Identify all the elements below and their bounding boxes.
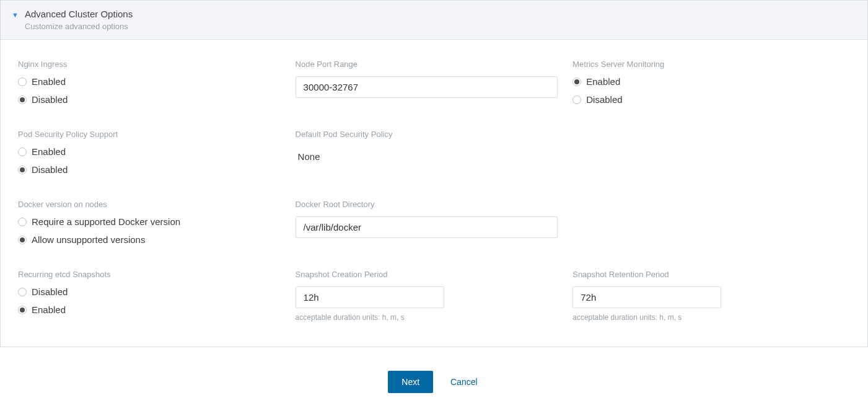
snapshot-creation-label: Snapshot Creation Period: [296, 270, 558, 279]
radio-icon: [18, 306, 27, 314]
nginx-ingress-disabled[interactable]: Disabled: [18, 94, 281, 105]
snapshot-creation-helper: acceptable duration units: h, m, s: [296, 313, 558, 322]
docker-root-input[interactable]: [296, 216, 558, 238]
radio-icon: [18, 236, 27, 244]
etcd-snapshots-group: Disabled Enabled: [18, 286, 281, 315]
docker-root-label: Docker Root Directory: [296, 200, 558, 209]
radio-label: Disabled: [32, 164, 68, 175]
pod-security-support-group: Enabled Disabled: [18, 146, 281, 175]
default-pod-security-label: Default Pod Security Policy: [296, 130, 558, 139]
radio-label: Enabled: [586, 76, 620, 87]
node-port-range-label: Node Port Range: [296, 60, 558, 69]
footer-actions: Next Cancel: [0, 360, 868, 403]
snapshot-retention-label: Snapshot Retention Period: [572, 270, 835, 279]
etcd-snapshots-enabled[interactable]: Enabled: [18, 304, 281, 315]
radio-label: Disabled: [32, 94, 68, 105]
node-port-range-input[interactable]: [296, 76, 558, 98]
panel-title: Advanced Cluster Options: [25, 8, 133, 20]
pod-security-enabled[interactable]: Enabled: [18, 146, 281, 157]
metrics-server-label: Metrics Server Monitoring: [572, 60, 835, 69]
docker-version-label: Docker version on nodes: [18, 200, 281, 209]
radio-icon: [18, 218, 27, 226]
nginx-ingress-group: Enabled Disabled: [18, 76, 281, 105]
docker-version-require[interactable]: Require a supported Docker version: [18, 216, 281, 227]
snapshot-creation-input[interactable]: [296, 286, 444, 308]
panel-body: Nginx Ingress Enabled Disabled Node Port…: [1, 40, 867, 347]
snapshot-retention-input[interactable]: [572, 286, 721, 308]
radio-icon: [18, 78, 27, 86]
radio-label: Require a supported Docker version: [32, 216, 180, 227]
radio-label: Allow unsupported versions: [32, 234, 145, 245]
radio-icon: [18, 148, 27, 156]
panel-header[interactable]: ▼ Advanced Cluster Options Customize adv…: [1, 1, 867, 40]
metrics-server-disabled[interactable]: Disabled: [572, 94, 835, 105]
docker-version-group: Require a supported Docker version Allow…: [18, 216, 281, 245]
radio-label: Disabled: [32, 286, 68, 297]
pod-security-disabled[interactable]: Disabled: [18, 164, 281, 175]
default-pod-security-value: None: [296, 146, 558, 167]
metrics-server-enabled[interactable]: Enabled: [572, 76, 835, 87]
snapshot-retention-helper: acceptable duration units: h, m, s: [572, 313, 835, 322]
radio-label: Disabled: [586, 94, 622, 105]
advanced-cluster-options-panel: ▼ Advanced Cluster Options Customize adv…: [0, 0, 868, 347]
nginx-ingress-label: Nginx Ingress: [18, 60, 281, 69]
docker-version-allow[interactable]: Allow unsupported versions: [18, 234, 281, 245]
radio-label: Enabled: [32, 146, 66, 157]
collapse-icon: ▼: [12, 11, 19, 19]
panel-subtitle: Customize advanced options: [25, 22, 133, 32]
next-button[interactable]: Next: [388, 371, 433, 393]
etcd-snapshots-disabled[interactable]: Disabled: [18, 286, 281, 297]
cancel-button[interactable]: Cancel: [448, 371, 480, 393]
radio-icon: [572, 78, 581, 86]
radio-icon: [18, 288, 27, 296]
etcd-snapshots-label: Recurring etcd Snapshots: [18, 270, 281, 279]
metrics-server-group: Enabled Disabled: [572, 76, 835, 105]
nginx-ingress-enabled[interactable]: Enabled: [18, 76, 281, 87]
radio-label: Enabled: [32, 76, 66, 87]
pod-security-support-label: Pod Security Policy Support: [18, 130, 281, 139]
radio-icon: [18, 166, 27, 174]
radio-label: Enabled: [32, 304, 66, 315]
radio-icon: [18, 95, 27, 104]
radio-icon: [572, 95, 581, 104]
